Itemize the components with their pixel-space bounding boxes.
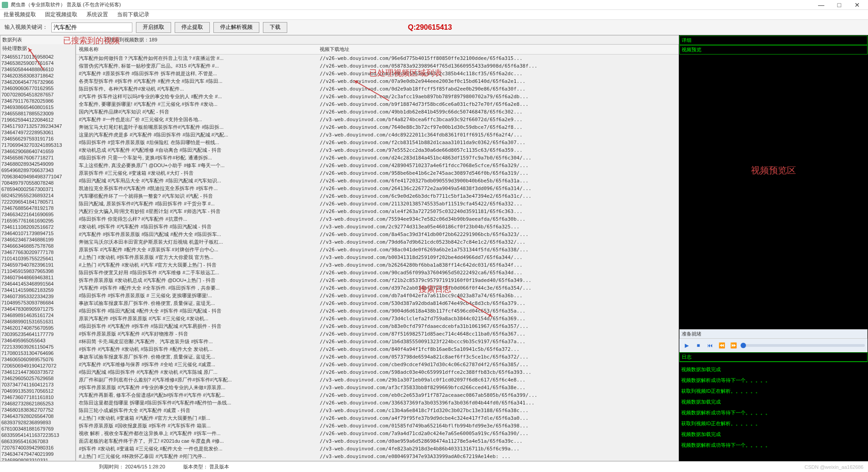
id-item[interactable]: 7346505844488866610 <box>1 66 74 73</box>
table-row[interactable]: 汽车配件 #拆车件 #配件大全 #全车拆件. #陈田拆车件，共奈要...//v2… <box>76 284 678 292</box>
table-row[interactable]: 奔驰宝马沃尔沃本田丰田雷克萨斯原装大灯后视镜 机盖叶子板杠...//v3-web… <box>76 238 678 246</box>
table-row[interactable]: 原厂件和副厂件到底有什么差别? #汽车维修#原厂件#拆车件#汽车配...//v3… <box>76 376 678 384</box>
id-item[interactable]: 7222096541841780571 <box>1 199 74 205</box>
rewind-icon[interactable]: ⏪ <box>717 341 726 350</box>
table-row[interactable]: 这里的汽车配件虎是多 #汽车配件 #陈田拆车件 #陈田汽配城 #汽配...//v… <box>76 131 678 139</box>
table-row[interactable]: 陈田三轮小成威拆车件大全 #汽车配件 #减震 - 抖音//v3-web.douy… <box>76 407 678 414</box>
id-item[interactable]: 7346768856478192178 <box>1 205 74 211</box>
col-name[interactable]: 视频名称 <box>76 45 317 54</box>
id-item[interactable]: 7346203583083718642 <box>1 73 74 79</box>
table-row[interactable]: 原装拆车 #汽车配件 #配件大全 #原装拆车 #对牌创作平台中心...//v26… <box>76 246 678 254</box>
table-row[interactable]: #杯田简 卡壳.喝皮层宿鄱.汽车配件、汽车改装升级 #拆车件...//v26-w… <box>76 338 678 345</box>
table-row[interactable]: 各类车型拆车件 #拆车件 #汽车配件 #配件大全 #陈田汽车 #陈田...//v… <box>76 77 678 85</box>
id-item[interactable]: 7346111082092516672 <box>1 224 74 230</box>
menu-fixed[interactable]: 固定视频提取 <box>43 10 79 19</box>
id-item[interactable]: 7346296050257629658 <box>1 375 74 381</box>
log-box[interactable]: 视频数据加载完成视频数据解析成功等待下一个。。。。。获取到视频ID正在解析。。。… <box>679 362 868 461</box>
id-item[interactable]: 7346629068640741659 <box>1 148 74 154</box>
id-item[interactable]: 7207674003942980316 <box>1 445 74 451</box>
table-row[interactable]: #汽车配件 #一件也是出厂价 #三元催化 #支持全国各地...//v3-web.… <box>76 116 678 123</box>
table-row[interactable]: 拆车件原装原版 #发动机总成 #汽车配件 @DOU+上热门 - 抖音//v26-… <box>76 277 678 284</box>
id-item[interactable]: 7196625944122084612 <box>1 117 74 123</box>
id-item[interactable]: 7346401071739894715 <box>1 230 74 236</box>
table-row[interactable]: 事故车试验车报废车原厂拆车件. 价格便宜, 质量保证, 蓝堤无...//v26-… <box>76 300 678 307</box>
table-row[interactable]: 原装汽车配件 #拆车件原装原版 #汽车 #三元催化 #发动机...//v26-w… <box>76 315 678 322</box>
id-item[interactable]: 7170699432703241895313 <box>1 142 74 148</box>
table-row[interactable]: #陈田拆车件 #拆车件原装原版 # 三元催化 更挨哪里拆哪里!...//v26-… <box>76 292 678 300</box>
id-item[interactable]: 7346090606770162955 <box>1 85 74 91</box>
id-item[interactable]: 7346073953322334239 <box>1 293 74 300</box>
id-item[interactable]: 683359541411637223513 <box>1 432 74 438</box>
table-row[interactable]: 事故车试验车报废车原厂拆车件. 价格便宜, 质量保证, 蓝堤无...//v26-… <box>76 353 678 361</box>
table-row[interactable]: 车上这些配件, 真没必要换原厂! @DOU+小助手 #修车 #每天一个...//… <box>76 162 678 169</box>
id-item[interactable]: 7346623467346886199 <box>1 236 74 243</box>
id-item[interactable]: 7346478308905971275 <box>1 306 74 312</box>
id-item[interactable]: 73468908083310331 <box>1 457 74 461</box>
table-row[interactable]: #陈田拆车件 #货车件原装原版 #后保险杠 在陈田哪怕是一根线...//v26-… <box>76 139 678 146</box>
id-item[interactable]: 7346898914635161724 <box>1 312 74 318</box>
id-item[interactable]: 7345658676067718271 <box>1 154 74 161</box>
menu-downloads[interactable]: 当前下载记录 <box>115 10 151 19</box>
table-row[interactable]: 在陈田这里都是指哪里 拆哪里#陈田拆车件#汽车配件#配件怕一条线...//v26… <box>76 399 678 407</box>
id-item[interactable]: 7084897970558078248 <box>1 180 74 186</box>
id-item[interactable]: 68633955416367083 <box>1 438 74 445</box>
id-item[interactable]: 7110459159837965398 <box>1 268 74 274</box>
table-row[interactable]: #陈田拆车件 #汽车配件 #拆车件 #陈田汽配城 #汽车易损件 - 抖音//v2… <box>76 322 678 330</box>
table-row[interactable]: 汽车哪些配件坏了一个就得换一整套? #汽车知识 #汽配 - 抖音//v26-we… <box>76 192 678 200</box>
table-row[interactable]: 原装拆车件 #三元催化 #变速箱 #发动机 #大灯 - 抖音//v26-web.… <box>76 169 678 177</box>
menu-settings[interactable]: 系统设置 <box>85 10 110 19</box>
table-row[interactable]: #发动机 #拆车件 #汽车配件 #陈田拆车件 #陈田汽配城 - 抖音//v3-w… <box>76 223 678 231</box>
table-row[interactable]: #陈田汽配城 #汽车用品大全 #汽车配件 #陈田汽配城 #汽车知识...//v2… <box>76 177 678 185</box>
stop-icon[interactable]: ■ <box>694 341 703 350</box>
id-item[interactable]: 7346441453468991564 <box>1 281 74 287</box>
table-row[interactable]: 陈田拆车件。各种汽车配件#发动机 #汽车配件...//v26-web.douyi… <box>76 85 678 93</box>
table-row[interactable]: 奔驰宝马大灯尾灯机盖叶子板前嘴原装拆车件#汽车配件 #陈田拆...//v26-w… <box>76 123 678 131</box>
id-item[interactable]: 7104895753093786684 <box>1 300 74 306</box>
id-item[interactable]: 7170801531304764696 <box>1 350 74 356</box>
table-row[interactable]: 凯迪拉克全系拆车件#汽车配件 #凯迪拉克全系拆车件 #拆车件...//v26-w… <box>76 185 678 192</box>
table-row[interactable]: #上热门 #三元催化 #杯政怀乙泰田 #汽车配件 #何门汽停...//v3-we… <box>76 453 678 460</box>
table-row[interactable]: 汽配行业大骗入局!用文有妙招 #星图计划 #汽车 #师选汽车 - 抖音//v26… <box>76 208 678 215</box>
id-item[interactable]: 7346474972228953061 <box>1 129 74 136</box>
table-row[interactable]: 假冒伪劣汽车配件, 标签一贴秒变原厂出品。#315 #汽车配件 #...//v2… <box>76 62 678 70</box>
id-item[interactable]: 7221339039261150475 <box>1 344 74 350</box>
id-item[interactable]: 7345179371325739234347 <box>1 123 74 129</box>
id-item[interactable]: 7346495965055643 <box>1 337 74 344</box>
id-item[interactable]: 7346551710115958042 <box>1 54 74 60</box>
table-row[interactable]: #陈田拆车件 你觉得怎么样? #汽车配件 #抗震件...//v3-web.dou… <box>76 215 678 223</box>
id-item[interactable]: 7346634221641690695 <box>1 211 74 218</box>
minimize-button[interactable]: — <box>812 0 830 9</box>
id-item[interactable]: 7346437928026564708 <box>1 413 74 419</box>
prev-icon[interactable]: ⏮ <box>705 341 714 350</box>
table-row[interactable]: #拆车件原装原版 #汽车配件 #汽车好物推荐 - 抖音//v26-web.dou… <box>76 330 678 338</box>
table-row[interactable]: #汽车配件 #原装拆车件 #陈田拆车件 拆车件就是这样, 不管是...//v26… <box>76 70 678 77</box>
id-list[interactable]: 7346551710115958042734653825900776167473… <box>0 53 75 461</box>
id-item[interactable]: 7346827328621865253 <box>1 400 74 407</box>
id-item[interactable]: 7346065060989575076 <box>1 356 74 363</box>
id-item[interactable]: 7096384094984983771047 <box>1 173 74 180</box>
table-row[interactable]: #陈田汽配城 #陈田拆车件 #汽车配件 #发动机 #汽车陈城 原厂...//v2… <box>76 368 678 376</box>
id-item[interactable]: 7346776630209777178 <box>1 249 74 255</box>
table-row[interactable]: 陈田汽配城, 原装拆车件#汽车配件 #陈田拆车件 #干货分享 #...//v26… <box>76 200 678 208</box>
id-item[interactable]: 7344114159862183259 <box>1 287 74 293</box>
table-row[interactable]: #发动机总成 #汽车配件 #汽配维修 #自动离合 #陈田汽配城 - 抖音//v3… <box>76 146 678 154</box>
id-item[interactable]: 7007028054518287657 <box>1 91 74 98</box>
table-row[interactable]: 汽车配件如何做抖音？汽车配件如何在抖音上引流？#直播运营 #...//v26-w… <box>76 54 678 63</box>
progress-slider[interactable] <box>741 344 865 347</box>
close-button[interactable]: ✕ <box>848 0 866 9</box>
id-item[interactable]: 7101410395755225641 <box>1 255 74 262</box>
id-item[interactable]: 7303952354641177779 <box>1 331 74 337</box>
stop-parse-button[interactable]: 停止解析视频 <box>213 22 259 33</box>
table-row[interactable]: #陈田拆车件 只需一个车架号, 更换#拆车件#秒配. 通通拆拆...//v26-… <box>76 154 678 162</box>
table-row[interactable]: 拆车件原装原版 #国收报废原版 #拆车件 #汽车拆车件 箱装...//v26-w… <box>76 422 678 430</box>
id-item[interactable]: 7037347741160412173 <box>1 381 74 388</box>
table-row[interactable]: 视收 解析 , 视收全车配件都在这异换单上 #汽车配件 #拆车一件...//v2… <box>76 430 678 437</box>
menu-batch[interactable]: 批量视频提取 <box>2 10 38 19</box>
id-item[interactable]: 7346347479474021999 <box>1 451 74 457</box>
id-item[interactable]: 683937928236899893 <box>1 419 74 426</box>
id-item[interactable]: 7346538259007761674 <box>1 60 74 66</box>
table-row[interactable]: 汽车配件再新看, 修车不会留遗感#汽配b#拆车件#汽车件 #汽车配...//v2… <box>76 391 678 399</box>
table-row[interactable]: #上热门 #发动机 #拆车件原装原版 #官方大大你爱我 官方热...//v3-w… <box>76 254 678 261</box>
id-item[interactable]: 7346597940782396191 <box>1 262 74 268</box>
id-item[interactable]: 7346801838362707752 <box>1 407 74 413</box>
